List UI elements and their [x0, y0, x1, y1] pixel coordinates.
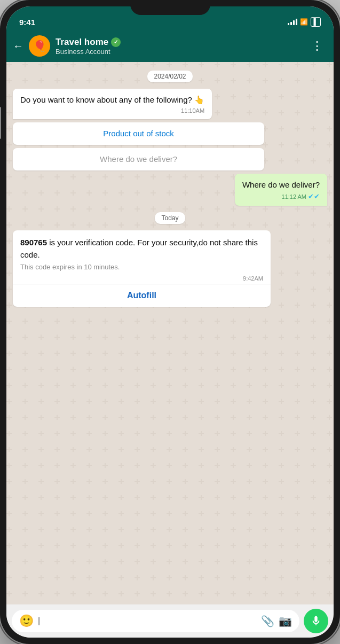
message-input[interactable]: [42, 617, 257, 626]
signal-icon: [288, 19, 297, 25]
emoji-icon[interactable]: 🙂: [19, 614, 34, 628]
message-sent-text-1: Where do we deliver?: [242, 179, 320, 190]
verification-code: 890765: [20, 238, 47, 247]
autofill-button[interactable]: Autofill: [13, 284, 271, 307]
verification-expire: This code expires in 10 minutes.: [20, 263, 263, 271]
quick-reply-2[interactable]: Where do we deliver?: [13, 148, 264, 170]
sent-time: 11:12 AM: [282, 193, 306, 200]
verification-body: 890765 is your verification code. For yo…: [13, 230, 271, 275]
camera-icon[interactable]: 📷: [279, 615, 292, 627]
verified-badge: ✓: [111, 37, 121, 47]
date-badge-today: Today: [155, 212, 185, 224]
phone-screen: 9:41 📶 ▌ ← 🎈 Travel home ✓: [6, 6, 334, 638]
menu-button[interactable]: ⋮: [307, 35, 327, 57]
verification-time: 9:42AM: [13, 275, 271, 284]
quick-reply-1-text: Product out of stock: [103, 129, 174, 138]
quick-reply-1[interactable]: Product out of stock: [13, 122, 264, 145]
verification-message: 890765 is your verification code. For yo…: [13, 230, 271, 307]
input-bar: 🙂 | 📎 📷: [6, 604, 334, 638]
battery-icon: ▌: [311, 17, 321, 27]
verification-body-text: is your verification code. For your secu…: [20, 238, 258, 259]
attach-icon[interactable]: 📎: [261, 615, 274, 627]
mic-button[interactable]: [304, 609, 328, 633]
avatar: 🎈: [29, 35, 50, 57]
quick-reply-2-text: Where do we deliver?: [100, 154, 177, 164]
avatar-emoji: 🎈: [33, 40, 46, 52]
header-name: Travel home ✓: [56, 37, 302, 48]
date-badge-1: 2024/02/02: [147, 71, 192, 82]
chat-area: 2024/02/02 Do you want to know about any…: [6, 62, 334, 604]
business-name: Travel home: [56, 37, 108, 48]
cursor-indicator: |: [38, 616, 40, 626]
message-text-1: Do you want to know about any of the fol…: [20, 94, 204, 105]
message-sent-1: Where do we deliver? 11:12 AM ✔✔: [235, 174, 327, 206]
verification-text: 890765 is your verification code. For yo…: [20, 238, 258, 259]
power-button: [0, 107, 1, 139]
double-tick-icon: ✔✔: [308, 192, 320, 200]
status-icons: 📶 ▌: [288, 17, 321, 27]
phone-frame: 9:41 📶 ▌ ← 🎈 Travel home ✓: [0, 0, 340, 644]
message-time-1: 11:10AM: [20, 107, 204, 114]
account-type: Business Account: [56, 48, 302, 56]
notch: [130, 0, 210, 15]
mic-icon: [310, 615, 322, 627]
message-sent-time-1: 11:12 AM ✔✔: [242, 192, 320, 200]
status-time: 9:41: [19, 18, 35, 27]
input-wrapper: 🙂 | 📎 📷: [12, 610, 299, 632]
chat-header: ← 🎈 Travel home ✓ Business Account ⋮: [6, 30, 334, 62]
message-received-1: Do you want to know about any of the fol…: [13, 89, 212, 119]
back-button[interactable]: ←: [13, 40, 23, 52]
header-info: Travel home ✓ Business Account: [56, 37, 302, 56]
wifi-icon: 📶: [300, 18, 308, 26]
